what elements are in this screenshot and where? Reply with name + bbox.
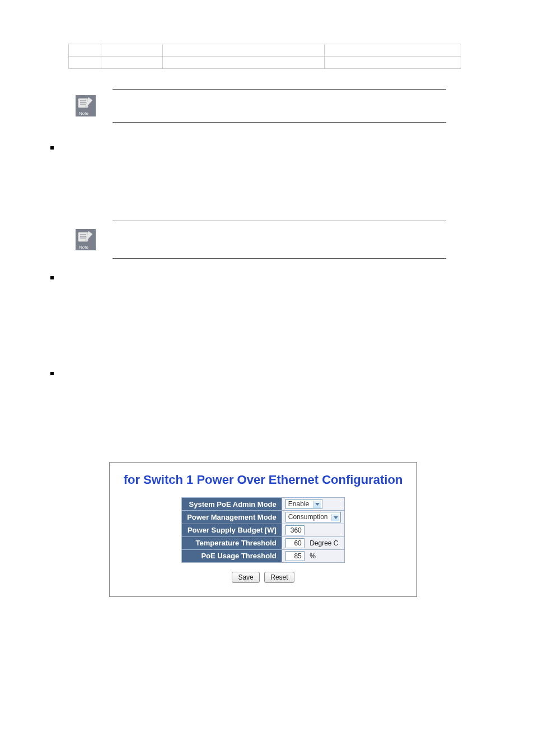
value-cell: Enable xyxy=(282,498,344,511)
config-row-usage: PoE Usage Threshold 85 % xyxy=(182,549,345,562)
poe-config-frame: for Switch 1 Power Over Ethernet Configu… xyxy=(109,462,417,597)
reset-button[interactable]: Reset xyxy=(264,572,294,583)
value-cell: 60 Degree C xyxy=(282,536,344,549)
button-row: Save Reset xyxy=(121,572,405,583)
table-row xyxy=(69,44,461,57)
bullet-icon xyxy=(50,276,54,279)
value-cell: 360 xyxy=(282,524,344,536)
note-block: Note xyxy=(76,221,446,259)
note-lines xyxy=(113,89,446,123)
value-cell: 85 % xyxy=(282,549,344,562)
temp-input[interactable]: 60 xyxy=(285,538,305,548)
note-icon: Note xyxy=(76,229,96,250)
note-block: Note xyxy=(76,89,446,123)
label-mgmt-mode: Power Management Mode xyxy=(182,511,282,524)
label-budget: Power Supply Budget [W] xyxy=(182,524,282,536)
select-value: Enable xyxy=(288,500,309,508)
admin-mode-select[interactable]: Enable xyxy=(285,499,322,509)
config-row-admin-mode: System PoE Admin Mode Enable xyxy=(182,498,345,511)
frame-title: for Switch 1 Power Over Ethernet Configu… xyxy=(121,473,405,487)
note-label: Note xyxy=(79,111,88,116)
note-lines xyxy=(113,221,446,259)
note-label: Note xyxy=(79,245,88,250)
save-button[interactable]: Save xyxy=(232,572,259,583)
note-icon: Note xyxy=(76,95,96,116)
usage-input[interactable]: 85 xyxy=(285,551,305,561)
config-table: System PoE Admin Mode Enable Power Manag… xyxy=(181,497,345,563)
label-admin-mode: System PoE Admin Mode xyxy=(182,498,282,511)
mgmt-mode-select[interactable]: Consumption xyxy=(285,512,341,522)
bullet-icon xyxy=(50,146,54,150)
config-row-budget: Power Supply Budget [W] 360 xyxy=(182,524,345,536)
label-usage: PoE Usage Threshold xyxy=(182,549,282,562)
config-row-temp: Temperature Threshold 60 Degree C xyxy=(182,536,345,549)
bullet-icon xyxy=(50,372,54,375)
chevron-down-icon xyxy=(313,501,321,508)
label-temp: Temperature Threshold xyxy=(182,536,282,549)
config-row-mgmt-mode: Power Management Mode Consumption xyxy=(182,511,345,524)
unit-label: % xyxy=(306,552,316,560)
budget-input[interactable]: 360 xyxy=(285,525,305,535)
select-value: Consumption xyxy=(288,513,328,521)
unit-label: Degree C xyxy=(306,539,338,547)
chevron-down-icon xyxy=(331,514,339,521)
table-row xyxy=(69,57,461,69)
value-cell: Consumption xyxy=(282,511,344,524)
data-table xyxy=(68,44,461,69)
